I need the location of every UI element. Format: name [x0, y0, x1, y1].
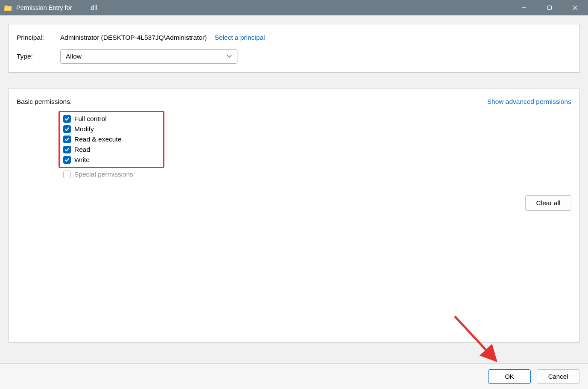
permission-modify[interactable]: Modify: [63, 124, 160, 134]
clear-all-button[interactable]: Clear all: [525, 195, 571, 211]
permission-write[interactable]: Write: [63, 155, 160, 165]
window-titlebar: Permission Entry for .dll: [0, 0, 588, 15]
permission-label: Read & execute: [74, 136, 121, 143]
type-label: Type:: [17, 53, 60, 60]
svg-rect-1: [548, 6, 552, 10]
permission-read[interactable]: Read: [63, 144, 160, 155]
ok-button[interactable]: OK: [488, 369, 531, 384]
minimize-button[interactable]: [511, 0, 537, 15]
principal-value: Administrator (DESKTOP-4L537JQ\Administr…: [60, 34, 207, 41]
permission-label: Modify: [74, 125, 94, 133]
type-select-value: Allow: [66, 53, 82, 60]
permission-label: Full control: [74, 115, 107, 123]
permission-full-control[interactable]: Full control: [63, 114, 160, 124]
checkbox-unchecked-icon: [63, 171, 71, 178]
checkbox-checked-icon: [63, 125, 71, 133]
checkbox-checked-icon: [63, 115, 71, 123]
principal-label: Principal:: [17, 34, 60, 41]
dialog-footer: OK Cancel: [0, 363, 588, 389]
window-title: Permission Entry for .dll: [16, 4, 511, 11]
permission-label: Read: [74, 146, 90, 153]
type-select[interactable]: Allow: [60, 49, 237, 64]
permission-read-execute[interactable]: Read & execute: [63, 134, 160, 144]
select-principal-link[interactable]: Select a principal: [214, 34, 265, 41]
folder-icon: [4, 5, 12, 11]
content-area: Principal: Administrator (DESKTOP-4L537J…: [0, 15, 588, 363]
basic-permissions-label: Basic permissions:: [17, 98, 72, 106]
checkbox-checked-icon: [63, 156, 71, 164]
checkbox-checked-icon: [63, 146, 71, 153]
permission-label: Special permissions: [74, 171, 133, 178]
highlighted-permissions-box: Full control Modify Read & execute Read: [59, 111, 164, 168]
close-button[interactable]: [562, 0, 588, 15]
permission-special: Special permissions: [63, 168, 571, 180]
permission-label: Write: [74, 156, 90, 164]
permissions-panel: Basic permissions: Show advanced permiss…: [9, 88, 579, 343]
maximize-button[interactable]: [537, 0, 562, 15]
checkbox-checked-icon: [63, 136, 71, 143]
principal-panel: Principal: Administrator (DESKTOP-4L537J…: [9, 24, 579, 73]
show-advanced-permissions-link[interactable]: Show advanced permissions: [487, 98, 571, 106]
cancel-button[interactable]: Cancel: [537, 369, 579, 384]
chevron-down-icon: [227, 54, 232, 59]
